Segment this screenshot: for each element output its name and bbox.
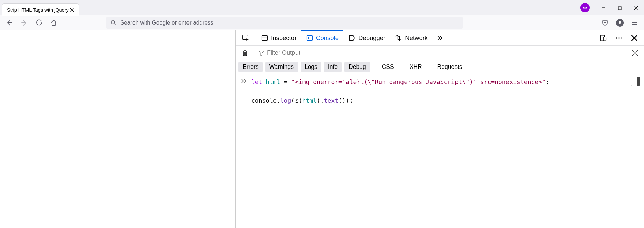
debugger-icon xyxy=(348,34,356,42)
nav-toolbar: Search with Google or enter address 6 xyxy=(0,15,644,30)
pocket-icon xyxy=(602,19,608,26)
gear-icon xyxy=(631,49,639,57)
close-icon xyxy=(70,8,74,12)
console-input[interactable]: let html = "<img onerror='alert(\"Run da… xyxy=(240,77,639,105)
plus-icon xyxy=(84,6,90,12)
extension-badge[interactable]: 6 xyxy=(614,17,626,29)
page-content xyxy=(0,30,235,228)
console-filterbar: Filter Output xyxy=(236,46,644,60)
hamburger-icon xyxy=(632,20,638,26)
console-settings-button[interactable] xyxy=(629,47,641,59)
tab-strip: Strip HTML Tags with jQuery xyxy=(0,0,93,15)
minimize-icon xyxy=(602,6,606,10)
svg-point-1 xyxy=(111,20,115,24)
devtools-tabbar: Inspector Console Debugger Network xyxy=(236,30,644,46)
close-tab-button[interactable] xyxy=(69,7,75,13)
trash-icon xyxy=(241,49,248,57)
close-icon xyxy=(631,35,637,41)
ublock-count: 6 xyxy=(616,19,624,27)
pick-element-button[interactable] xyxy=(238,30,253,45)
address-placeholder: Search with Google or enter address xyxy=(120,19,213,26)
address-bar[interactable]: Search with Google or enter address xyxy=(106,17,463,29)
maximize-icon xyxy=(618,6,622,10)
svg-point-8 xyxy=(618,37,620,39)
tab-label: Debugger xyxy=(358,34,385,42)
close-icon xyxy=(634,6,638,10)
reload-button[interactable] xyxy=(33,17,45,29)
meatballs-icon xyxy=(615,34,623,42)
tab-label: Console xyxy=(316,34,339,42)
tab-inspector[interactable]: Inspector xyxy=(256,30,301,45)
window-controls xyxy=(580,0,644,15)
filter-placeholder: Filter Output xyxy=(267,49,300,56)
pocket-button[interactable] xyxy=(599,17,611,29)
funnel-icon xyxy=(258,50,264,56)
close-devtools-button[interactable] xyxy=(627,30,642,45)
tab-network[interactable]: Network xyxy=(390,30,432,45)
arrow-right-icon xyxy=(21,19,28,26)
reload-icon xyxy=(36,19,42,26)
tab-debugger[interactable]: Debugger xyxy=(343,30,390,45)
chip-requests[interactable]: Requests xyxy=(433,62,466,72)
account-badge[interactable] xyxy=(580,3,590,12)
maximize-button[interactable] xyxy=(612,0,628,15)
tab-label: Inspector xyxy=(271,34,297,42)
svg-rect-6 xyxy=(603,37,606,41)
home-icon xyxy=(50,19,57,26)
home-button[interactable] xyxy=(48,17,60,29)
search-icon xyxy=(111,20,116,26)
network-icon xyxy=(395,34,402,42)
forward-button[interactable] xyxy=(18,17,30,29)
element-picker-icon xyxy=(241,34,250,42)
svg-point-9 xyxy=(621,37,622,39)
window-titlebar: Strip HTML Tags with jQuery xyxy=(0,0,644,15)
arrow-left-icon xyxy=(6,19,13,26)
chip-warnings[interactable]: Warnings xyxy=(265,62,298,72)
inspector-icon xyxy=(261,34,268,42)
svg-point-7 xyxy=(616,37,618,39)
back-button[interactable] xyxy=(3,17,15,29)
text-cursor-icon xyxy=(357,76,358,83)
svg-rect-3 xyxy=(262,35,268,40)
browser-tab[interactable]: Strip HTML Tags with jQuery xyxy=(2,3,79,16)
app-menu-button[interactable] xyxy=(629,17,641,29)
responsive-icon xyxy=(600,34,607,42)
chip-debug[interactable]: Debug xyxy=(344,62,370,72)
tab-title: Strip HTML Tags with jQuery xyxy=(7,7,69,13)
svg-rect-0 xyxy=(618,7,621,10)
svg-rect-4 xyxy=(307,35,313,40)
prompt-icon xyxy=(240,77,247,84)
workspace: Inspector Console Debugger Network xyxy=(0,30,644,228)
console-category-chips: Errors Warnings Logs Info Debug CSS XHR … xyxy=(236,60,644,74)
chevron-double-right-icon xyxy=(436,34,444,42)
new-tab-button[interactable] xyxy=(81,3,93,15)
minimize-button[interactable] xyxy=(596,0,612,15)
tab-console[interactable]: Console xyxy=(301,30,343,45)
svg-point-10 xyxy=(634,52,636,54)
infinity-icon xyxy=(582,5,588,11)
chip-xhr[interactable]: XHR xyxy=(406,62,426,72)
chip-logs[interactable]: Logs xyxy=(301,62,321,72)
chip-info[interactable]: Info xyxy=(324,62,342,72)
more-tabs-button[interactable] xyxy=(432,30,448,45)
close-window-button[interactable] xyxy=(628,0,644,15)
filter-output-input[interactable]: Filter Output xyxy=(258,49,625,56)
devtools-menu-button[interactable] xyxy=(611,30,627,45)
chip-errors[interactable]: Errors xyxy=(238,62,263,72)
tab-label: Network xyxy=(405,34,428,42)
clear-console-button[interactable] xyxy=(238,47,251,59)
responsive-mode-button[interactable] xyxy=(596,30,611,45)
console-icon xyxy=(306,34,313,42)
console-code: let html = "<img onerror='alert(\"Run da… xyxy=(251,77,639,105)
console-body[interactable]: let html = "<img onerror='alert(\"Run da… xyxy=(236,74,644,228)
devtools-panel: Inspector Console Debugger Network xyxy=(235,30,644,228)
chip-css[interactable]: CSS xyxy=(378,62,398,72)
